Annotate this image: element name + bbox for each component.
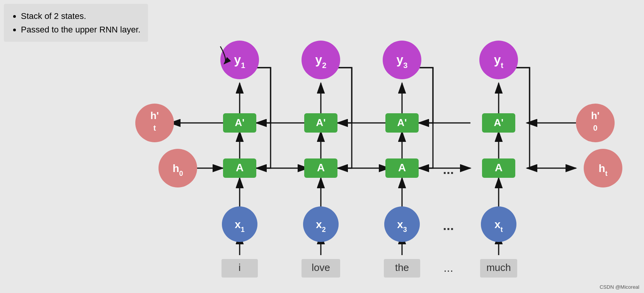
svg-text:A': A' [494,117,504,128]
svg-text:A: A [495,162,503,174]
svg-text:h': h' [150,110,159,121]
svg-text:...: ... [443,261,453,274]
svg-text:A: A [317,162,325,174]
svg-text:t: t [153,124,156,132]
svg-text:much: much [486,262,511,273]
svg-text:...: ... [443,162,454,177]
svg-text:h': h' [591,110,600,121]
svg-text:A': A' [316,117,326,128]
svg-text:A: A [236,162,244,174]
svg-text:A: A [398,162,406,174]
svg-text:the: the [395,262,409,273]
svg-text:A': A' [397,117,407,128]
rnn-diagram: y1 y2 y3 yt A' A' A' A' A A A A x1 x2 x3… [0,0,644,293]
svg-text:...: ... [443,218,454,233]
watermark: CSDN @Micoreal [600,284,639,290]
svg-text:love: love [312,262,330,273]
svg-text:0: 0 [593,124,597,132]
h0-prime-node [576,104,615,142]
svg-text:i: i [239,262,241,273]
svg-text:A': A' [235,117,245,128]
ht-prime-node [135,104,174,142]
